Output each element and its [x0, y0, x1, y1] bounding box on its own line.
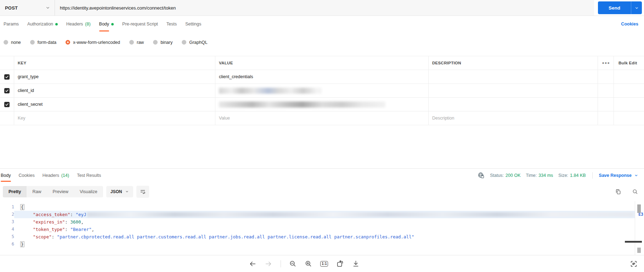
view-tab-preview[interactable]: Preview: [47, 186, 74, 197]
key-cell[interactable]: client_id: [14, 84, 215, 97]
value-cell[interactable]: [215, 98, 429, 111]
body-type-none[interactable]: none: [4, 40, 21, 45]
code-line: 3"expires_in": 3600,: [0, 218, 644, 226]
line-number: 4: [0, 226, 14, 233]
meta-divider: [592, 172, 593, 179]
back-arrow-icon[interactable]: [249, 260, 256, 268]
network-globe-lock-icon[interactable]: [478, 172, 485, 179]
value-cell[interactable]: [215, 84, 429, 97]
vertical-scrollbar-thumb[interactable]: [637, 204, 641, 213]
request-tab-settings[interactable]: Settings: [185, 21, 201, 27]
cookies-link[interactable]: Cookies: [621, 22, 638, 27]
code-line: 4"token_type": "Bearer",: [0, 226, 644, 233]
body-type-x-www-form-urlencoded[interactable]: x-www-form-urlencoded: [66, 40, 120, 45]
row-trailing-cell: [614, 111, 644, 125]
code-token: 3600: [70, 218, 81, 226]
method-selector[interactable]: POST: [0, 0, 55, 16]
kv-row: client_id: [0, 84, 644, 98]
wrap-lines-button[interactable]: [136, 186, 149, 198]
horizontal-scrollbar-thumb[interactable]: [625, 241, 642, 243]
json-code: 1{2"access_token": "eyJE33"expires_in": …: [0, 201, 644, 248]
row-trailing-cell: [614, 70, 644, 83]
request-tab-params[interactable]: Params: [4, 21, 19, 27]
code-token: :: [52, 233, 57, 241]
kv-row: grant_typeclient_credentials: [0, 70, 644, 84]
tab-label: Headers: [66, 21, 83, 27]
response-tab-headers[interactable]: Headers(14): [43, 172, 69, 179]
send-button[interactable]: Send: [598, 1, 642, 14]
description-cell[interactable]: [429, 84, 598, 97]
view-tab-visualize[interactable]: Visualize: [74, 186, 103, 197]
radio-icon: [66, 40, 70, 45]
tab-label: Settings: [185, 21, 201, 27]
description-input[interactable]: Description: [429, 111, 598, 125]
response-tabs: BodyCookiesHeaders(14)Test Results: [1, 172, 101, 179]
body-type-binary[interactable]: binary: [153, 40, 173, 45]
send-label: Send: [598, 5, 631, 11]
key-input[interactable]: Key: [14, 111, 215, 125]
green-dot-icon: [111, 23, 114, 25]
request-tab-body[interactable]: Body: [99, 21, 114, 27]
request-tab-tests[interactable]: Tests: [166, 21, 177, 27]
code-token: "eyJ: [75, 211, 86, 218]
key-cell[interactable]: client_secret: [14, 98, 215, 111]
save-response-button[interactable]: Save Response: [599, 173, 638, 178]
code-content: }: [14, 241, 635, 248]
key-column-header: KEY: [14, 56, 215, 70]
response-tab-body[interactable]: Body: [1, 172, 11, 179]
request-tab-headers[interactable]: Headers(8): [66, 21, 91, 27]
key-cell[interactable]: grant_type: [14, 70, 215, 83]
checkbox[interactable]: [4, 74, 10, 80]
language-selector[interactable]: JSON: [106, 186, 134, 197]
response-body-editor[interactable]: 1{2"access_token": "eyJE33"expires_in": …: [0, 201, 644, 255]
url-input[interactable]: https://identity.avepointonlineservices.…: [55, 0, 594, 16]
view-tab-raw[interactable]: Raw: [27, 186, 47, 197]
description-cell[interactable]: [429, 70, 598, 83]
body-type-raw[interactable]: raw: [129, 40, 144, 45]
search-response-icon[interactable]: [632, 189, 638, 195]
response-tab-cookies[interactable]: Cookies: [19, 172, 35, 179]
row-trailing-cell: [614, 84, 644, 97]
body-type-graphql[interactable]: GraphQL: [182, 40, 207, 45]
code-token: "partner.cbprotected.read.all partner.cu…: [57, 233, 414, 241]
value-cell[interactable]: client_credentials: [215, 70, 429, 83]
presets-menu-icon[interactable]: ∘∘∘: [598, 56, 614, 70]
request-tabs-row: ParamsAuthorizationHeaders(8)BodyPre-req…: [0, 16, 644, 32]
table-rows: grant_typeclient_credentialsclient_idcli…: [0, 70, 644, 125]
zoom-in-icon[interactable]: [305, 260, 312, 267]
request-tab-authorization[interactable]: Authorization: [27, 21, 58, 27]
response-tab-test-results[interactable]: Test Results: [77, 172, 101, 179]
status-value: 200 OK: [505, 173, 520, 178]
view-tab-pretty[interactable]: Pretty: [3, 186, 27, 197]
code-content: "token_type": "Bearer",: [14, 226, 635, 233]
copy-response-icon[interactable]: [615, 189, 621, 195]
request-url-bar: POST https://identity.avepointonlineserv…: [0, 0, 644, 16]
scan-text-icon[interactable]: [630, 260, 638, 268]
download-icon[interactable]: [352, 260, 360, 267]
checkbox[interactable]: [4, 102, 10, 107]
description-cell[interactable]: [429, 98, 598, 111]
vertical-scrollbar-thumb-bottom[interactable]: [637, 248, 641, 253]
value-input[interactable]: Value: [215, 111, 429, 125]
actual-size-button[interactable]: 1:1: [320, 261, 328, 267]
radio-icon: [4, 40, 8, 45]
zoom-out-icon[interactable]: [289, 260, 296, 267]
size-badge: Size: 1.84 KB: [558, 173, 586, 178]
table-header-row: KEY VALUE DESCRIPTION ∘∘∘ Bulk Edit: [0, 56, 644, 70]
body-type-form-data[interactable]: form-data: [30, 40, 57, 45]
code-line: 5"scope": "partner.cbprotected.read.all …: [0, 233, 644, 241]
line-number: 1: [0, 203, 14, 211]
code-content: "access_token": "eyJ: [14, 211, 635, 218]
code-token: ,: [92, 226, 95, 233]
bulk-edit-button[interactable]: Bulk Edit: [614, 56, 644, 70]
code-token: "token_type": [33, 226, 65, 233]
request-tab-pre-request-script[interactable]: Pre-request Script: [122, 21, 158, 27]
radio-icon: [30, 40, 35, 45]
send-options-chevron-icon[interactable]: [631, 6, 642, 10]
tab-count: (14): [61, 173, 69, 178]
radio-icon: [182, 40, 186, 45]
tab-label: Authorization: [27, 21, 53, 27]
checkbox[interactable]: [4, 88, 10, 93]
forward-arrow-icon[interactable]: [265, 260, 272, 268]
rotate-icon[interactable]: [336, 260, 344, 268]
